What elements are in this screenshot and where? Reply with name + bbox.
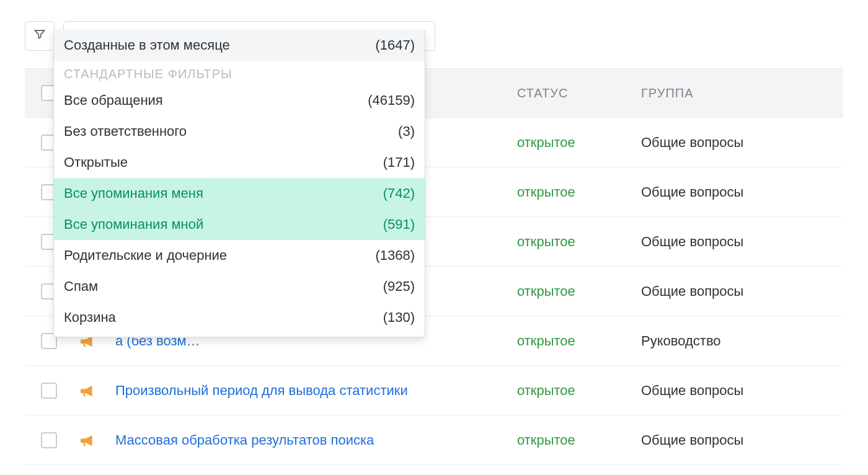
filter-option-label: Все упоминания меня: [64, 185, 203, 202]
status-badge: открытое: [517, 333, 641, 349]
filter-option-count: (46159): [368, 92, 415, 109]
filter-option[interactable]: Все обращения(46159): [54, 85, 425, 116]
filter-option-label: Спам: [64, 278, 98, 295]
filter-option[interactable]: Все упоминания меня(742): [54, 178, 425, 209]
table-row: Произвольный период для вывода статистик…: [25, 366, 843, 415]
filter-option-label: Открытые: [64, 154, 128, 171]
ticket-title-link[interactable]: Массовая обработка результатов поиска: [115, 432, 517, 448]
row-checkbox[interactable]: [41, 432, 57, 448]
group-cell: Общие вопросы: [641, 234, 839, 250]
ticket-title-link[interactable]: Произвольный период для вывода статистик…: [115, 383, 517, 399]
filter-option-count: (742): [383, 185, 415, 202]
group-cell: Общие вопросы: [641, 135, 839, 151]
filter-option-label: Без ответственного: [64, 123, 187, 140]
column-status: СТАТУС: [517, 86, 641, 100]
funnel-icon: [33, 28, 46, 44]
filter-option-label: Все обращения: [64, 92, 163, 109]
row-checkbox[interactable]: [41, 383, 57, 399]
filter-option-count: (130): [383, 309, 415, 326]
table-row: Массовая обработка результатов поискаотк…: [25, 415, 843, 465]
dropdown-section-heading: СТАНДАРТНЫЕ ФИЛЬТРЫ: [54, 61, 425, 85]
group-cell: Общие вопросы: [641, 383, 839, 399]
filter-option-count: (925): [383, 278, 415, 295]
filter-option-count: (171): [383, 154, 415, 171]
status-badge: открытое: [517, 135, 641, 151]
filter-option[interactable]: Созданные в этом месяце(1647): [54, 30, 425, 61]
group-cell: Общие вопросы: [641, 283, 839, 300]
status-badge: открытое: [517, 432, 641, 448]
group-cell: Общие вопросы: [641, 432, 839, 448]
status-badge: открытое: [517, 383, 641, 399]
filter-option-label: Все упоминания мной: [64, 216, 203, 233]
megaphone-icon: [78, 381, 115, 401]
megaphone-icon: [78, 430, 115, 450]
group-cell: Общие вопросы: [641, 184, 839, 200]
filter-option-label: Родительские и дочерние: [64, 247, 227, 264]
filter-option-label: Корзина: [64, 309, 116, 326]
filter-option[interactable]: Все упоминания мной(591): [54, 209, 425, 240]
filter-option-count: (3): [398, 123, 415, 140]
filter-option-count: (1647): [375, 37, 415, 53]
filter-option[interactable]: Спам(925): [54, 271, 425, 302]
filter-option[interactable]: Без ответственного(3): [54, 116, 425, 147]
filter-option-count: (591): [383, 216, 415, 233]
status-badge: открытое: [517, 283, 641, 300]
filter-option-label: Созданные в этом месяце: [64, 37, 230, 53]
filter-option[interactable]: Родительские и дочерние(1368): [54, 240, 425, 271]
filter-option[interactable]: Корзина(130): [54, 302, 425, 333]
column-group: ГРУППА: [641, 86, 839, 100]
group-cell: Руководство: [641, 333, 839, 349]
filter-option-count: (1368): [375, 247, 415, 264]
status-badge: открытое: [517, 234, 641, 250]
filter-button[interactable]: [25, 21, 55, 51]
status-badge: открытое: [517, 184, 641, 200]
filter-dropdown: Созданные в этом месяце(1647)СТАНДАРТНЫЕ…: [53, 30, 425, 337]
filter-option[interactable]: Открытые(171): [54, 147, 425, 178]
